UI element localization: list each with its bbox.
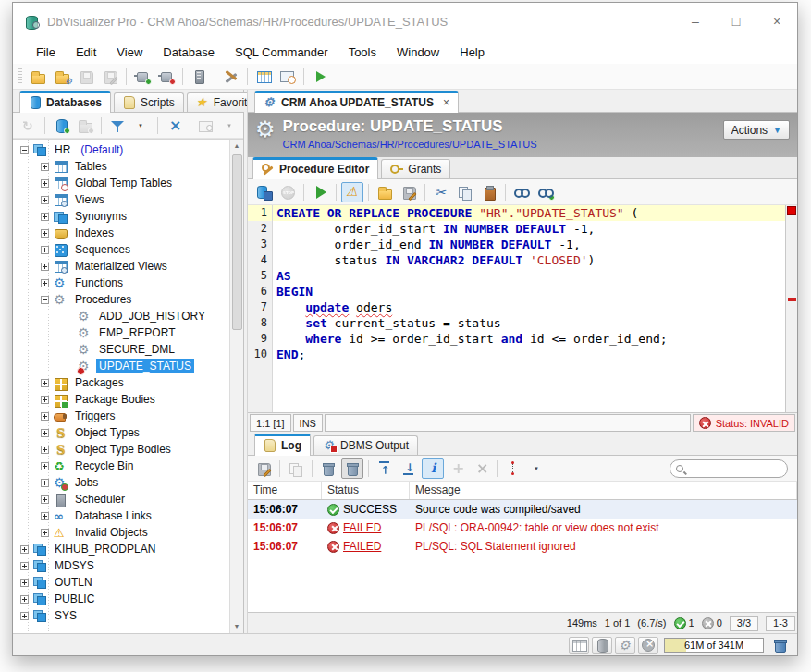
expander-plus-icon[interactable] [41,462,49,470]
tool-properties-icon[interactable] [220,67,242,87]
expander-minus-icon[interactable] [20,146,29,154]
error-stripe[interactable] [785,205,797,412]
menu-tools[interactable]: Tools [338,43,387,62]
expander-plus-icon[interactable] [41,279,49,287]
scroll-thumb[interactable] [232,154,242,330]
scroll-to-top-icon[interactable] [374,458,396,479]
menu-database[interactable]: Database [153,43,225,62]
expander-plus-icon[interactable] [41,429,49,437]
add-connection-icon[interactable] [50,116,72,136]
code-line[interactable]: 5AS [248,268,797,284]
code-line[interactable]: 4 status IN VARCHAR2 DEFAULT 'CLOSED') [248,252,797,268]
actions-button[interactable]: Actions ▼ [723,120,790,140]
close-tab-icon[interactable]: × [443,96,449,109]
menu-help[interactable]: Help [449,43,495,62]
log-search-input[interactable] [687,462,781,475]
expander-plus-icon[interactable] [20,545,29,554]
clear-log-icon[interactable] [317,458,339,479]
tab-procedure-editor[interactable]: Procedure Editor [252,157,378,179]
log-row[interactable]: 15:06:07FAILEDPL/SQL: ORA-00942: table o… [248,519,797,537]
log-row[interactable]: 15:06:07SUCCESSSource code was compiled/… [248,500,797,519]
maximize-button[interactable]: □ [716,3,756,40]
log-column-time[interactable]: Time [248,482,322,499]
error-line-marker[interactable] [788,298,796,301]
expander-plus-icon[interactable] [20,562,29,570]
auto-clear-log-icon[interactable] [341,458,363,479]
code-line[interactable]: 6BEGIN [248,284,797,299]
expander-plus-icon[interactable] [41,512,49,520]
menu-file[interactable]: File [26,43,66,62]
tree-item-global-temp-tables[interactable]: Global Temp Tables [13,175,229,191]
expander-plus-icon[interactable] [41,479,49,487]
tree-item-sequences[interactable]: Sequences [13,241,229,258]
save-to-file-icon[interactable] [398,182,420,202]
menu-window[interactable]: Window [387,43,449,62]
tree-item-add-job-history[interactable]: ADD_JOB_HISTORY [13,308,229,324]
scroll-up-icon[interactable]: ▲ [234,140,240,153]
tree-item-synonyms[interactable]: Synonyms [13,208,229,225]
scroll-down-icon[interactable]: ▼ [234,620,240,633]
tree-item-tables[interactable]: Tables [13,158,229,175]
menu-view[interactable]: View [106,43,153,62]
connect-icon[interactable] [131,67,154,87]
code-line[interactable]: 10END; [248,347,797,362]
execute-icon[interactable] [309,182,331,202]
tree-item-outln[interactable]: OUTLN [13,574,229,591]
tree-item-public[interactable]: PUBLIC [13,591,229,607]
scroll-to-bottom-icon[interactable] [398,458,420,479]
tab-scripts[interactable]: Scripts [114,92,184,112]
gc-button[interactable] [769,637,790,654]
menu-edit[interactable]: Edit [66,43,106,62]
open-file-icon[interactable] [27,67,49,87]
row-divider-menu-icon[interactable] [526,458,548,479]
code-line[interactable]: 7 update oders [248,299,797,315]
filter-menu-icon[interactable] [130,116,153,136]
tree-item-procedures[interactable]: Procedures [13,291,229,308]
breadcrumb[interactable]: CRM Ahoa/Schemas/HR/Procedures/UPDATE_ST… [283,137,723,152]
expander-plus-icon[interactable] [41,263,49,271]
error-summary-marker[interactable] [787,206,796,215]
code-line[interactable]: 2 order_id_start IN NUMBER DEFAULT -1, [248,221,797,237]
show-details-icon[interactable] [422,458,444,479]
tree-item-functions[interactable]: Functions [13,275,229,291]
monitor-icon[interactable] [276,67,299,87]
tree-item-update-status[interactable]: UPDATE_STATUS [13,358,229,374]
tree-item-recycle-bin[interactable]: Recycle Bin [13,458,229,474]
code-line[interactable]: 1CREATE OR REPLACE PROCEDURE "HR"."UPDAT… [248,205,797,221]
show-warnings-icon[interactable] [341,182,363,202]
export-log-icon[interactable] [252,458,275,479]
memory-indicator[interactable]: 61M of 341M [664,638,764,653]
tab-dbms-output[interactable]: DBMS Output [313,435,418,455]
tree-item-indexes[interactable]: Indexes [13,225,229,241]
tree-item-invalid-objects[interactable]: Invalid Objects [13,524,229,541]
tree-item-jobs[interactable]: Jobs [13,474,229,491]
paste-icon[interactable] [478,182,500,202]
tab-log[interactable]: Log [254,434,311,456]
expander-plus-icon[interactable] [41,412,49,421]
expander-plus-icon[interactable] [41,246,49,254]
connections-monitor-icon[interactable] [592,637,612,654]
tree-item-package-bodies[interactable]: Package Bodies [13,391,229,408]
find-replace-icon[interactable] [535,182,557,202]
database-server-icon[interactable] [188,67,210,87]
expander-plus-icon[interactable] [41,229,49,238]
sql-commander-icon[interactable] [309,67,331,87]
tree-item-secure-dml[interactable]: SECURE_DML [13,341,229,358]
tree-item-kihub-prodplan[interactable]: KIHUB_PRODPLAN [13,541,229,557]
tree-item-views[interactable]: Views [13,191,229,208]
save-procedure-icon[interactable] [252,182,275,202]
table-data-icon[interactable] [252,67,275,87]
minimize-button[interactable]: – [675,3,716,40]
collapse-all-icon[interactable] [163,116,185,136]
expander-plus-icon[interactable] [41,379,49,387]
tree-item-mdsys[interactable]: MDSYS [13,557,229,574]
tree-item-object-type-bodies[interactable]: Object Type Bodies [13,441,229,458]
expander-minus-icon[interactable] [41,296,49,304]
filter-connections-icon[interactable] [106,116,129,136]
expander-plus-icon[interactable] [20,595,29,604]
row-divider-icon[interactable] [502,458,524,479]
tree-item-materialized-views[interactable]: Materialized Views [13,258,229,275]
tree-item-scheduler[interactable]: Scheduler [13,491,229,507]
expander-plus-icon[interactable] [20,612,29,620]
copy-icon[interactable] [454,182,476,202]
